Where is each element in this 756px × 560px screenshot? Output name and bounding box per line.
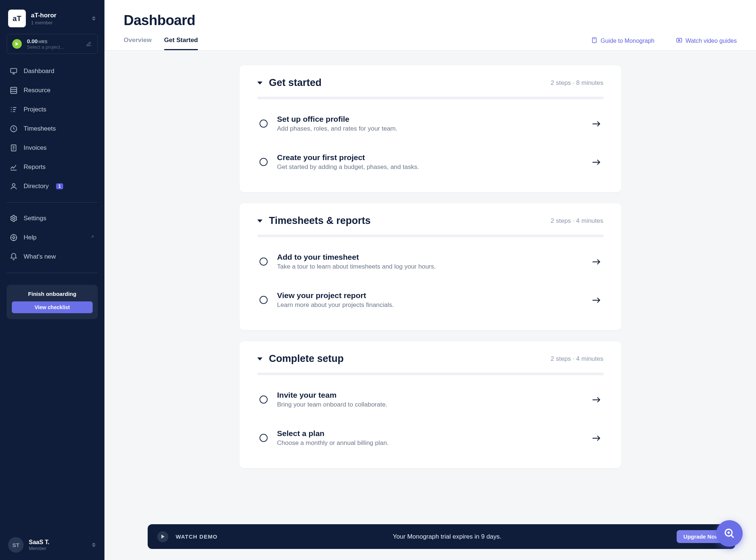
timer-widget[interactable]: 0.00HRS Select a project… — [7, 34, 98, 54]
circle-icon — [260, 158, 268, 166]
sidebar-item-help[interactable]: Help — [7, 228, 98, 247]
step-subtitle: Add phases, roles, and rates for your te… — [277, 125, 582, 132]
sidebar-item-label: Projects — [24, 106, 46, 113]
arrow-right-icon — [592, 396, 601, 403]
chart-icon — [10, 163, 18, 171]
primary-nav: Dashboard Resource Projects Timesheets I… — [7, 62, 98, 196]
directory-badge: 1 — [56, 183, 63, 189]
avatar: ST — [8, 537, 24, 553]
sidebar-item-label: Invoices — [24, 144, 47, 152]
step-set-up-office-profile[interactable]: Set up office profile Add phases, roles,… — [257, 104, 604, 143]
sidebar-item-reports[interactable]: Reports — [7, 158, 98, 176]
onboarding-card: Finish onboarding View checklist — [7, 285, 98, 319]
caret-down-icon[interactable] — [257, 357, 262, 360]
play-square-icon — [676, 37, 683, 45]
divider — [7, 202, 98, 203]
step-title: View your project report — [277, 291, 582, 300]
sidebar-item-invoices[interactable]: Invoices — [7, 139, 98, 157]
monitor-icon — [10, 67, 18, 75]
section-title: Timesheets & reports — [269, 215, 544, 227]
timer-subtitle: Select a project… — [27, 44, 80, 50]
caret-down-icon[interactable] — [257, 219, 262, 222]
step-invite-team[interactable]: Invite your team Bring your team onboard… — [257, 380, 604, 419]
step-title: Select a plan — [277, 429, 582, 438]
caret-down-icon[interactable] — [257, 82, 262, 84]
invoice-icon — [10, 144, 18, 152]
bell-icon — [10, 253, 18, 261]
edit-icon[interactable] — [86, 40, 92, 48]
content-area: Get started 2 steps · 8 minutes Set up o… — [104, 51, 756, 560]
watch-demo-button[interactable] — [157, 531, 168, 542]
arrow-right-icon — [592, 120, 601, 127]
tab-get-started[interactable]: Get Started — [164, 37, 198, 50]
gear-icon — [10, 214, 18, 222]
onboarding-section-complete-setup: Complete setup 2 steps · 4 minutes Invit… — [240, 341, 621, 468]
onboarding-section-get-started: Get started 2 steps · 8 minutes Set up o… — [240, 65, 621, 192]
org-name: aT-horor — [31, 12, 86, 19]
play-icon[interactable] — [12, 39, 22, 49]
circle-icon — [260, 296, 268, 304]
secondary-nav: Settings Help What's new — [7, 209, 98, 266]
divider — [7, 273, 98, 273]
user-name: SaaS T. — [29, 539, 86, 546]
progress-bar — [257, 97, 604, 99]
org-member-count: 1 member — [31, 20, 86, 25]
watch-demo-label[interactable]: WATCH DEMO — [176, 533, 217, 540]
video-guides-link[interactable]: Watch video guides — [676, 37, 737, 50]
sidebar-item-label: What's new — [24, 253, 56, 260]
step-select-plan[interactable]: Select a plan Choose a monthly or annual… — [257, 419, 604, 457]
sidebar-item-resource[interactable]: Resource — [7, 81, 98, 100]
section-meta: 2 steps · 4 minutes — [551, 217, 604, 225]
tab-row: Overview Get Started Guide to Monograph … — [124, 37, 737, 50]
sidebar-item-dashboard[interactable]: Dashboard — [7, 62, 98, 80]
arrow-right-icon — [592, 434, 601, 442]
page-title: Dashboard — [124, 13, 737, 28]
topbar: Dashboard Overview Get Started Guide to … — [104, 0, 756, 51]
chevron-up-down-icon — [91, 542, 96, 548]
view-checklist-button[interactable]: View checklist — [12, 301, 93, 313]
user-switcher[interactable]: ST SaaS T. Member — [7, 533, 98, 554]
sidebar-item-directory[interactable]: Directory 1 — [7, 177, 98, 196]
sidebar-item-label: Settings — [24, 215, 46, 222]
arrow-right-icon — [592, 296, 601, 304]
section-title: Complete setup — [269, 353, 544, 364]
arrow-right-icon — [592, 158, 601, 166]
help-icon — [10, 234, 18, 242]
step-create-first-project[interactable]: Create your first project Get started by… — [257, 143, 604, 181]
step-view-project-report[interactable]: View your project report Learn more abou… — [257, 281, 604, 319]
step-subtitle: Take a tour to learn about timesheets an… — [277, 263, 582, 270]
svg-rect-1 — [11, 87, 17, 94]
person-icon — [10, 182, 18, 190]
grid-icon — [10, 86, 18, 94]
trial-expiry-text: Your Monograph trial expires in 9 days. — [393, 533, 501, 540]
help-fab[interactable] — [716, 520, 743, 547]
step-add-to-timesheet[interactable]: Add to your timesheet Take a tour to lea… — [257, 242, 604, 281]
circle-icon — [260, 257, 268, 266]
svg-point-5 — [13, 217, 15, 219]
svg-point-4 — [12, 184, 15, 186]
svg-point-7 — [13, 236, 15, 239]
org-switcher[interactable]: aT aT-horor 1 member — [7, 7, 98, 34]
tab-overview[interactable]: Overview — [124, 37, 152, 50]
circle-icon — [260, 434, 268, 442]
guide-link[interactable]: Guide to Monograph — [591, 37, 654, 50]
onboarding-section-timesheets-reports: Timesheets & reports 2 steps · 4 minutes… — [240, 203, 621, 330]
sidebar-item-projects[interactable]: Projects — [7, 100, 98, 119]
progress-bar — [257, 373, 604, 375]
sidebar-item-whats-new[interactable]: What's new — [7, 248, 98, 266]
sidebar-item-label: Reports — [24, 163, 46, 171]
tasks-icon — [10, 106, 18, 114]
step-subtitle: Get started by adding a budget, phases, … — [277, 163, 582, 171]
step-title: Add to your timesheet — [277, 253, 582, 262]
sidebar-item-settings[interactable]: Settings — [7, 209, 98, 228]
sidebar-item-label: Timesheets — [24, 125, 56, 132]
org-avatar: aT — [8, 10, 26, 27]
sidebar-item-label: Dashboard — [24, 68, 54, 75]
svg-rect-0 — [11, 69, 17, 73]
sidebar-item-label: Resource — [24, 87, 51, 94]
section-title: Get started — [269, 77, 544, 89]
sidebar-item-label: Help — [24, 234, 37, 241]
sidebar-item-timesheets[interactable]: Timesheets — [7, 120, 98, 138]
section-meta: 2 steps · 8 minutes — [551, 79, 604, 87]
step-title: Set up office profile — [277, 115, 582, 124]
